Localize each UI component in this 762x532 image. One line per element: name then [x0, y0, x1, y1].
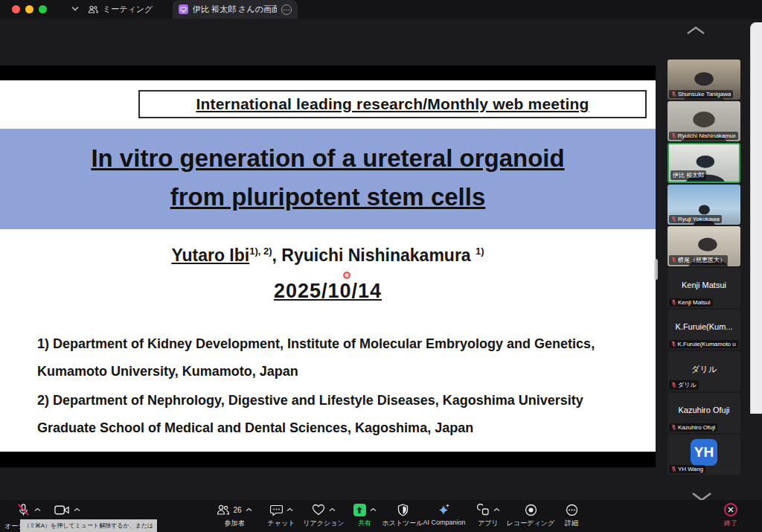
video-button[interactable]: [46, 503, 88, 516]
muted-mic-icon: [671, 132, 676, 139]
affiliation-1: 1) Department of Kidney Development, Ins…: [37, 330, 633, 385]
participant-tile[interactable]: K.Furuie(Kum... K.Furuie(Kumamoto u...: [667, 310, 740, 350]
share-label: 共有: [358, 519, 371, 528]
shield-icon: [397, 504, 409, 516]
slide-title-line1: In vitro generation of a ureteral organo…: [0, 139, 656, 178]
chat-icon: [270, 504, 283, 516]
author-separator: ,: [272, 246, 282, 265]
participant-name: Shunsuke Tanigawa: [678, 91, 731, 97]
muted-mic-icon: [671, 257, 676, 263]
strip-scroll-up-button[interactable]: [685, 25, 710, 39]
slide-date-text: 2025/10/14: [274, 280, 382, 302]
participant-display-name: Kazuhiro Ofuji: [667, 406, 740, 414]
mic-muted-icon: [16, 503, 31, 517]
participant-name: 伊比 裕太郎: [673, 171, 704, 179]
participant-tile[interactable]: Shunsuke Tanigawa: [667, 60, 740, 100]
screen-share-icon: [179, 4, 188, 14]
participant-name: Ryuji Yokokawa: [678, 216, 720, 222]
muted-mic-icon: [671, 91, 676, 97]
end-call-icon: [724, 503, 737, 516]
tab-meeting-label: ミーティング: [103, 4, 153, 15]
participant-tile[interactable]: Kenji Matsui Kenji Matsui: [667, 268, 740, 308]
letterbox-top: [0, 65, 656, 80]
participants-icon: [217, 504, 229, 515]
sparkle-icon: [438, 503, 451, 516]
slide-title-band: In vitro generation of a ureteral organo…: [0, 129, 656, 229]
mute-button[interactable]: [7, 503, 49, 516]
share-screen-icon: [353, 504, 366, 516]
participant-name: 横尾（慈恵医大）: [678, 256, 726, 264]
participant-name: Ryuichi Nishinakamura: [678, 132, 736, 139]
tab-shared-screen[interactable]: 伊比 裕太郎 さんの画面 ⋯: [173, 0, 298, 19]
participant-display-name: K.Furuie(Kum...: [667, 322, 740, 331]
slide-authors: Yutaro Ibi1), 2), Ryuichi Nishinakamura …: [0, 246, 656, 266]
participant-tile[interactable]: 横尾（慈恵医大）: [667, 226, 740, 266]
author-2: Ryuichi Nishinakamura: [281, 246, 470, 265]
muted-mic-icon: [671, 424, 676, 431]
laser-pointer-dot: [343, 272, 350, 279]
participant-tile[interactable]: Ryuichi Nishinakamura: [667, 101, 740, 141]
participant-name: ダリル: [678, 381, 697, 389]
participant-display-name: ダリル: [667, 364, 740, 375]
minimize-window-button[interactable]: [25, 5, 33, 13]
record-icon: [525, 504, 537, 516]
muted-mic-icon: [671, 382, 676, 388]
participant-tile-active-speaker[interactable]: 伊比 裕太郎: [667, 143, 740, 183]
author-2-sup: 1): [476, 246, 484, 257]
more-label: 詳細: [565, 519, 578, 528]
muted-mic-icon: [671, 466, 676, 472]
participant-name: K.Furuie(Kumamoto u...: [677, 341, 736, 347]
muted-mic-icon: [671, 299, 676, 306]
affiliation-2: 2) Department of Nephrology, Digestive a…: [37, 387, 633, 442]
tab-shared-screen-label: 伊比 裕太郎 さんの画面: [193, 4, 277, 15]
letterbox-bottom: [0, 452, 656, 467]
participant-tile[interactable]: YH YH Wang: [667, 435, 740, 475]
participant-name: YH Wang: [678, 466, 703, 472]
apps-label: アプリ: [478, 519, 499, 528]
panel-resize-handle[interactable]: [654, 259, 658, 280]
window-chevron-down-icon[interactable]: [71, 6, 79, 11]
people-icon: [88, 5, 98, 13]
video-options-chevron-icon[interactable]: [74, 507, 80, 512]
window-titlebar: ミーティング 伊比 裕太郎 さんの画面 ⋯: [0, 0, 762, 19]
slide-header-box: International leading research/Monthly w…: [138, 90, 647, 118]
participant-name: Kazuhiro Ofuji: [678, 424, 715, 431]
slide-header-text: International leading research/Monthly w…: [196, 95, 589, 113]
participant-tile[interactable]: Kazuhiro Ofuji Kazuhiro Ofuji: [667, 393, 740, 433]
tab-meeting[interactable]: ミーティング: [88, 0, 153, 19]
zoom-window-button[interactable]: [39, 5, 47, 13]
slide-title-line2: from pluripotent stem cells: [0, 178, 656, 217]
end-label: 終了: [724, 519, 737, 528]
participants-label: 参加者: [225, 519, 245, 528]
mic-options-chevron-icon[interactable]: [34, 507, 41, 512]
avatar: YH: [691, 439, 717, 466]
muted-mic-icon: [671, 341, 676, 347]
end-meeting-button[interactable]: 終了: [699, 503, 762, 528]
participant-display-name: Kenji Matsui: [667, 281, 740, 289]
slide-date: 2025/10/14: [0, 280, 656, 303]
heart-icon: [312, 504, 325, 516]
muted-mic-icon: [671, 216, 676, 222]
more-icon: [566, 504, 578, 516]
camera-icon: [54, 504, 70, 516]
tab-options-ellipsis-icon[interactable]: ⋯: [281, 4, 292, 15]
participant-tile[interactable]: Ryuji Yokokawa: [667, 185, 740, 225]
participant-name: Kenji Matsui: [678, 299, 711, 306]
apps-icon: [477, 504, 490, 516]
participant-tile[interactable]: ダリル ダリル: [667, 351, 740, 391]
shared-slide: International leading research/Monthly w…: [0, 80, 656, 452]
close-window-button[interactable]: [12, 5, 20, 13]
background-window-edge: [750, 22, 762, 414]
author-1: Yutaro Ibi: [171, 246, 249, 265]
chat-label: チャット: [268, 519, 295, 528]
author-1-sup: 1), 2): [249, 246, 272, 257]
participant-count: 26: [233, 506, 241, 514]
more-button[interactable]: 詳細: [540, 503, 603, 528]
unmute-shortcut-tooltip: （⇧⌘A）を押してミュート解除するか、または: [20, 519, 157, 532]
